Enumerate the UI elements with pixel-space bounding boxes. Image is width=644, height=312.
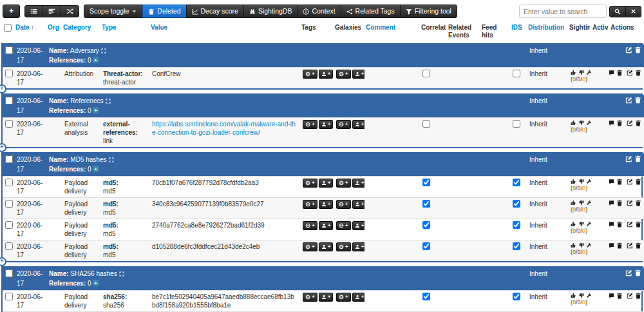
advanced-sightings-icon[interactable] (586, 242, 591, 248)
object-select-checkbox[interactable] (5, 46, 13, 54)
delete-object-icon[interactable] (634, 46, 641, 54)
correlate-checkbox[interactable] (422, 221, 430, 229)
thumbs-up-icon[interactable] (571, 70, 576, 75)
object-select-checkbox[interactable] (5, 97, 13, 104)
ids-checkbox[interactable] (513, 221, 520, 229)
add-local-tag-button[interactable]: + (319, 70, 334, 79)
add-local-galaxy-button[interactable]: + (352, 70, 365, 79)
expand-icon[interactable] (109, 157, 114, 162)
object-corner-toggle[interactable]: + (0, 257, 6, 266)
row-select-checkbox[interactable] (5, 200, 13, 208)
add-reference-button[interactable]: + (93, 107, 99, 113)
advanced-sightings-icon[interactable] (586, 179, 591, 184)
column-org[interactable]: Org (45, 22, 61, 41)
column-ids[interactable]: IDS (509, 22, 526, 41)
correlate-checkbox[interactable] (422, 120, 430, 128)
edit-icon[interactable] (627, 221, 633, 228)
advanced-sightings-icon[interactable] (586, 200, 591, 206)
thumbs-down-icon[interactable] (578, 120, 584, 126)
column-date[interactable]: Date↑ (13, 22, 45, 41)
soft-delete-icon[interactable] (616, 293, 623, 299)
ids-checkbox[interactable] (513, 200, 520, 208)
correlate-checkbox[interactable] (422, 179, 430, 186)
permanent-delete-icon[interactable] (635, 221, 641, 228)
add-local-tag-button[interactable]: + (319, 200, 334, 209)
sightingdb-button[interactable]: SightingDB (243, 5, 298, 18)
permanent-delete-icon[interactable] (635, 293, 641, 299)
search-input[interactable] (519, 5, 607, 18)
shuffle-view-button[interactable] (61, 5, 79, 17)
search-button[interactable] (609, 6, 626, 17)
add-local-galaxy-button[interactable]: + (352, 293, 365, 302)
permanent-delete-icon[interactable] (635, 242, 641, 249)
edit-object-icon[interactable] (625, 155, 632, 162)
soft-delete-icon[interactable] (616, 70, 623, 76)
ids-checkbox[interactable] (513, 70, 520, 77)
add-reference-button[interactable]: + (93, 166, 99, 172)
add-galaxy-button[interactable]: + (336, 221, 351, 230)
add-local-galaxy-button[interactable]: + (352, 242, 365, 251)
object-select-checkbox[interactable] (5, 269, 13, 277)
advanced-sightings-icon[interactable] (586, 221, 591, 227)
comment-icon[interactable] (609, 293, 614, 299)
add-local-galaxy-button[interactable]: + (352, 179, 365, 188)
thumbs-up-icon[interactable] (571, 221, 576, 227)
soft-delete-icon[interactable] (616, 242, 623, 249)
add-galaxy-button[interactable]: + (336, 120, 351, 129)
thumbs-up-icon[interactable] (571, 179, 576, 184)
add-tag-button[interactable]: + (303, 293, 317, 302)
edit-object-icon[interactable] (625, 46, 632, 54)
filtering-tool-button[interactable]: Filtering tool (400, 5, 457, 18)
correlate-checkbox[interactable] (422, 242, 430, 250)
soft-delete-icon[interactable] (616, 120, 623, 126)
ids-checkbox[interactable] (513, 242, 520, 250)
soft-delete-icon[interactable] (616, 221, 623, 228)
column-distribution[interactable]: Distribution (526, 22, 567, 41)
add-tag-button[interactable]: + (303, 221, 317, 230)
column-type[interactable]: Type (99, 22, 148, 41)
add-tag-button[interactable]: + (303, 120, 317, 129)
add-reference-button[interactable]: + (93, 280, 99, 286)
add-galaxy-button[interactable]: + (336, 179, 351, 188)
thumbs-down-icon[interactable] (578, 293, 584, 298)
permanent-delete-icon[interactable] (635, 200, 641, 206)
thumbs-down-icon[interactable] (578, 200, 584, 206)
thumbs-down-icon[interactable] (578, 242, 584, 248)
permanent-delete-icon[interactable] (635, 179, 641, 185)
object-corner-toggle[interactable]: + (0, 143, 6, 152)
expand-icon[interactable] (106, 99, 111, 104)
add-reference-button[interactable]: + (93, 57, 99, 63)
ids-checkbox[interactable] (513, 179, 520, 186)
expand-icon[interactable] (119, 271, 124, 277)
ids-checkbox[interactable] (513, 120, 520, 128)
thumbs-down-icon[interactable] (578, 179, 584, 184)
add-attribute-button[interactable]: + (3, 5, 20, 17)
edit-icon[interactable] (627, 70, 633, 76)
add-local-tag-button[interactable]: + (319, 242, 334, 251)
edit-object-icon[interactable] (625, 269, 632, 277)
comment-icon[interactable] (609, 242, 614, 249)
delete-object-icon[interactable] (634, 155, 641, 162)
object-corner-toggle[interactable]: + (0, 84, 6, 93)
row-select-checkbox[interactable] (5, 293, 13, 300)
row-select-checkbox[interactable] (5, 179, 13, 186)
add-galaxy-button[interactable]: + (336, 242, 351, 251)
column-comment[interactable]: Comment (363, 22, 419, 41)
thumbs-down-icon[interactable] (578, 221, 584, 227)
edit-icon[interactable] (627, 293, 633, 299)
advanced-sightings-icon[interactable] (586, 120, 591, 126)
comment-icon[interactable] (609, 200, 614, 206)
attribute-value-link[interactable]: https://labs.sentinelone.com/valak-malwa… (149, 118, 300, 148)
expand-icon[interactable] (101, 48, 106, 54)
delete-object-icon[interactable] (634, 269, 641, 277)
add-local-galaxy-button[interactable]: + (352, 221, 365, 230)
column-category[interactable]: Category (61, 22, 99, 41)
add-tag-button[interactable]: + (303, 179, 317, 188)
edit-icon[interactable] (627, 242, 633, 249)
list-view-button[interactable] (24, 5, 43, 17)
add-galaxy-button[interactable]: + (336, 70, 351, 79)
select-all-checkbox[interactable] (4, 24, 12, 32)
edit-object-icon[interactable] (625, 97, 632, 104)
context-button[interactable]: Context (297, 5, 341, 18)
permanent-delete-icon[interactable] (635, 70, 641, 76)
